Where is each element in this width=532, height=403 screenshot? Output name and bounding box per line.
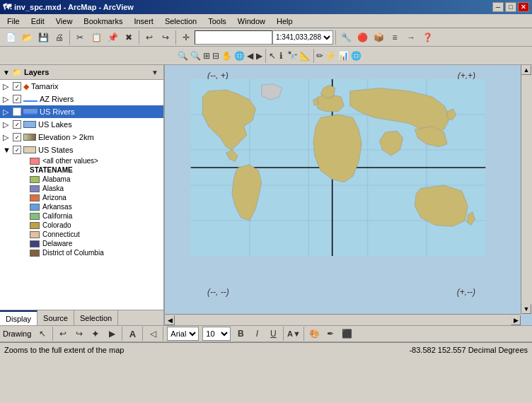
us-rivers-checkbox[interactable]: ✓: [13, 107, 21, 116]
toc-options-button[interactable]: ▼: [149, 66, 161, 78]
graph-tool[interactable]: 📊: [337, 48, 349, 64]
menu-view[interactable]: View: [52, 16, 77, 26]
us-states-checkbox[interactable]: ✓: [13, 146, 21, 154]
delaware-swatch: [30, 240, 40, 247]
hscroll-right[interactable]: ▶: [511, 315, 521, 325]
globe-button[interactable]: 🌐: [233, 48, 245, 64]
elevation-checkbox[interactable]: ✓: [13, 133, 21, 141]
flash-tool[interactable]: ⚡: [325, 48, 337, 64]
undo-button[interactable]: ↩: [141, 30, 157, 45]
pan-tool-button[interactable]: ✋: [221, 48, 233, 64]
layer-tamarix[interactable]: ▷ ✓ ◆ Tamarix: [0, 80, 163, 93]
zoom-in-button[interactable]: 🔍: [177, 48, 189, 64]
font-color-button[interactable]: A▼: [286, 326, 301, 341]
save-button[interactable]: 💾: [35, 30, 51, 45]
print-button[interactable]: 🖨: [52, 30, 67, 45]
shadow-button[interactable]: ⬛: [339, 326, 354, 341]
menu-file[interactable]: File: [3, 16, 24, 26]
layer-us-rivers[interactable]: ▷ ✓ US Rivers: [0, 105, 163, 118]
us-rivers-expand[interactable]: ▷: [3, 107, 13, 117]
font-italic-button[interactable]: I: [249, 326, 265, 341]
colorado-swatch: [30, 222, 40, 229]
fixed-zoom-out-button[interactable]: ⊟: [212, 48, 220, 64]
redo-button[interactable]: ↪: [158, 30, 173, 45]
font-bold-button[interactable]: B: [233, 326, 248, 341]
copy-button[interactable]: 📋: [88, 30, 104, 45]
zoom-out-button[interactable]: 🔍: [190, 48, 202, 64]
tab-selection[interactable]: Selection: [74, 310, 118, 325]
html-tool[interactable]: 🌐: [350, 48, 362, 64]
menu-bookmarks[interactable]: Bookmarks: [79, 16, 127, 26]
find-button[interactable]: 🔭: [287, 48, 299, 64]
az-rivers-expand[interactable]: ▷: [3, 95, 13, 104]
scale-select[interactable]: 1:341,033,288: [272, 30, 333, 45]
us-states-expand[interactable]: ▼: [3, 146, 13, 154]
vscroll-up[interactable]: ▲: [521, 65, 531, 75]
draw-tool2[interactable]: ↪: [71, 326, 87, 341]
map-vscroll[interactable]: ▲ ▼: [521, 65, 532, 314]
cut-button[interactable]: ✂: [72, 30, 88, 45]
back-button[interactable]: ◀: [246, 48, 255, 64]
scale-dropdown[interactable]: 1:341,033,288 1:341,033,288: [195, 30, 333, 45]
menu-edit[interactable]: Edit: [27, 16, 49, 26]
draw-tool4[interactable]: ▶: [104, 326, 120, 341]
elevation-label: Elevation > 2km: [38, 133, 94, 141]
alabama-label: Alabama: [42, 175, 70, 183]
menu-selection[interactable]: Selection: [161, 16, 201, 26]
maximize-button[interactable]: □: [505, 2, 516, 12]
new-button[interactable]: 📄: [3, 30, 18, 45]
fill-color-button[interactable]: 🎨: [306, 326, 322, 341]
draw-text-button[interactable]: A: [125, 326, 140, 341]
measure-button[interactable]: 📐: [299, 48, 311, 64]
scale-input[interactable]: 1:341,033,288: [195, 30, 272, 45]
select-button[interactable]: ↖: [268, 48, 277, 64]
font-select[interactable]: Arial: [167, 327, 199, 341]
toolbar2: 🔍 🔍 ⊞ ⊟ ✋ 🌐 ◀ ▶ ↖ ℹ 🔭 📐 ✏ ⚡ 📊 🌐: [0, 47, 532, 65]
us-lakes-expand[interactable]: ▷: [3, 120, 13, 129]
draw-tool3[interactable]: ✦: [88, 326, 103, 341]
draw-select-button[interactable]: ↖: [35, 326, 50, 341]
font-size-select[interactable]: 10: [202, 327, 231, 341]
tamarix-checkbox[interactable]: ✓: [13, 82, 21, 90]
az-rivers-checkbox[interactable]: ✓: [13, 95, 21, 103]
tamarix-expand[interactable]: ▷: [3, 82, 13, 91]
tab-source[interactable]: Source: [37, 310, 74, 325]
layer-az-rivers[interactable]: ▷ ✓ AZ Rivers: [0, 93, 163, 105]
menu-insert[interactable]: Insert: [129, 16, 158, 26]
tool6[interactable]: ❓: [420, 30, 435, 45]
font-underline-button[interactable]: U: [265, 326, 281, 341]
identify-button[interactable]: ℹ: [277, 48, 286, 64]
layers-expand-icon[interactable]: ▼: [3, 69, 10, 76]
minimize-button[interactable]: ─: [492, 2, 504, 12]
fixed-zoom-in-button[interactable]: ⊞: [202, 48, 211, 64]
layer-us-lakes[interactable]: ▷ ✓ US Lakes: [0, 118, 163, 131]
map-area[interactable]: (--, +) (+,+) (--, --) (+,--): [165, 65, 532, 325]
close-button[interactable]: ✕: [518, 2, 529, 12]
tool4[interactable]: ≡: [387, 30, 403, 45]
tool2[interactable]: 🔴: [354, 30, 370, 45]
open-button[interactable]: 📂: [19, 30, 35, 45]
forward-button[interactable]: ▶: [255, 48, 264, 64]
editor-tool[interactable]: ✏: [316, 48, 324, 64]
draw-tool1[interactable]: ↩: [55, 326, 71, 341]
layer-elevation[interactable]: ▷ ✓ Elevation > 2km: [0, 131, 163, 144]
pan-button[interactable]: ✛: [178, 30, 194, 45]
draw-tool5[interactable]: ◁: [145, 326, 161, 341]
menu-tools[interactable]: Tools: [204, 16, 231, 26]
tab-display[interactable]: Display: [0, 310, 37, 325]
elevation-expand[interactable]: ▷: [3, 133, 13, 142]
tool5[interactable]: →: [403, 30, 419, 45]
delete-button[interactable]: ✖: [121, 30, 137, 45]
tool3[interactable]: 📦: [371, 30, 386, 45]
toc-scroll[interactable]: ▷ ✓ ◆ Tamarix ▷ ✓ AZ Rivers ▷ ✓ US River…: [0, 80, 163, 310]
line-color-button[interactable]: ✒: [323, 326, 338, 341]
us-lakes-checkbox[interactable]: ✓: [13, 120, 21, 129]
vscroll-down[interactable]: ▼: [521, 304, 531, 314]
hscroll-left[interactable]: ◀: [165, 315, 175, 325]
map-hscroll[interactable]: ◀ ▶: [165, 314, 521, 325]
menu-window[interactable]: Window: [233, 16, 270, 26]
paste-button[interactable]: 📌: [105, 30, 120, 45]
layer-us-states[interactable]: ▼ ✓ US States: [0, 144, 163, 156]
tool1[interactable]: 🔧: [338, 30, 354, 45]
menu-help[interactable]: Help: [272, 16, 297, 26]
